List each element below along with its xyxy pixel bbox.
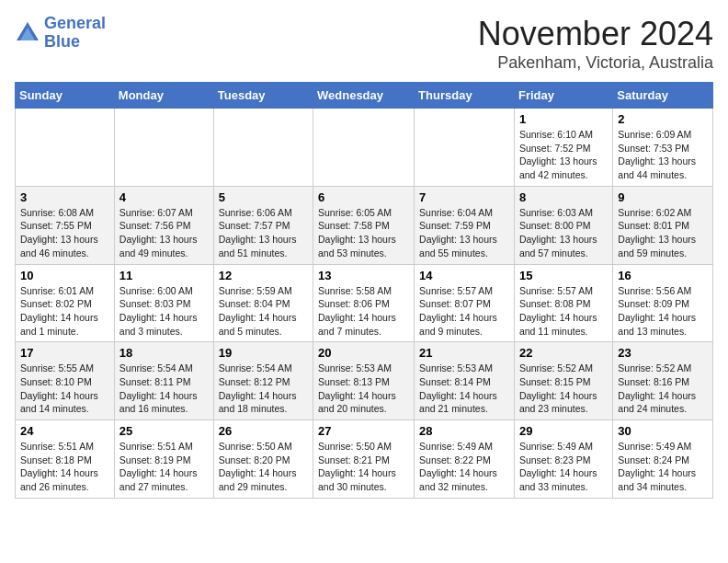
day-number: 1 (519, 112, 608, 126)
calendar-cell: 23Sunrise: 5:52 AM Sunset: 8:16 PM Dayli… (613, 342, 713, 420)
calendar-cell: 28Sunrise: 5:49 AM Sunset: 8:22 PM Dayli… (415, 420, 515, 499)
day-number: 24 (20, 424, 109, 438)
weekday-header: Thursday (415, 83, 515, 109)
calendar-week-row: 24Sunrise: 5:51 AM Sunset: 8:18 PM Dayli… (16, 420, 713, 499)
calendar-week-row: 17Sunrise: 5:55 AM Sunset: 8:10 PM Dayli… (16, 342, 713, 420)
calendar-cell: 24Sunrise: 5:51 AM Sunset: 8:18 PM Dayli… (16, 420, 115, 499)
day-info: Sunrise: 6:10 AM Sunset: 7:52 PM Dayligh… (519, 128, 608, 182)
day-info: Sunrise: 5:49 AM Sunset: 8:23 PM Dayligh… (519, 440, 608, 494)
logo-icon (15, 20, 40, 46)
calendar-cell: 2Sunrise: 6:09 AM Sunset: 7:53 PM Daylig… (613, 109, 713, 187)
calendar-week-row: 1Sunrise: 6:10 AM Sunset: 7:52 PM Daylig… (16, 109, 713, 187)
day-number: 10 (20, 269, 109, 282)
calendar-cell: 25Sunrise: 5:51 AM Sunset: 8:19 PM Dayli… (114, 420, 213, 499)
day-number: 27 (318, 424, 409, 438)
weekday-header: Wednesday (313, 83, 415, 109)
day-number: 3 (20, 190, 109, 204)
calendar-week-row: 10Sunrise: 6:01 AM Sunset: 8:02 PM Dayli… (16, 264, 713, 342)
day-number: 17 (20, 346, 109, 360)
day-number: 4 (119, 190, 209, 204)
calendar-cell (213, 109, 313, 187)
logo: General Blue (15, 15, 106, 52)
calendar-cell: 9Sunrise: 6:02 AM Sunset: 8:01 PM Daylig… (613, 186, 713, 264)
day-info: Sunrise: 5:57 AM Sunset: 8:08 PM Dayligh… (519, 284, 608, 339)
calendar-cell: 26Sunrise: 5:50 AM Sunset: 8:20 PM Dayli… (213, 420, 313, 499)
weekday-header: Tuesday (213, 83, 313, 109)
day-number: 23 (618, 346, 708, 360)
calendar-cell: 12Sunrise: 5:59 AM Sunset: 8:04 PM Dayli… (213, 264, 313, 342)
calendar-cell: 4Sunrise: 6:07 AM Sunset: 7:56 PM Daylig… (114, 186, 213, 264)
day-number: 7 (419, 190, 509, 204)
day-info: Sunrise: 5:49 AM Sunset: 8:24 PM Dayligh… (618, 440, 708, 494)
weekday-header: Saturday (613, 83, 713, 109)
calendar-cell: 17Sunrise: 5:55 AM Sunset: 8:10 PM Dayli… (16, 342, 115, 420)
calendar-cell: 14Sunrise: 5:57 AM Sunset: 8:07 PM Dayli… (415, 264, 515, 342)
day-info: Sunrise: 6:04 AM Sunset: 7:59 PM Dayligh… (419, 206, 509, 260)
calendar-cell: 20Sunrise: 5:53 AM Sunset: 8:13 PM Dayli… (313, 342, 415, 420)
day-number: 2 (618, 112, 708, 126)
day-info: Sunrise: 5:53 AM Sunset: 8:13 PM Dayligh… (318, 362, 409, 416)
location-title: Pakenham, Victoria, Australia (478, 53, 713, 73)
calendar-cell: 29Sunrise: 5:49 AM Sunset: 8:23 PM Dayli… (514, 420, 612, 499)
calendar-cell: 10Sunrise: 6:01 AM Sunset: 8:02 PM Dayli… (16, 264, 115, 342)
calendar-cell: 13Sunrise: 5:58 AM Sunset: 8:06 PM Dayli… (313, 264, 415, 342)
calendar-cell: 30Sunrise: 5:49 AM Sunset: 8:24 PM Dayli… (613, 420, 713, 499)
day-number: 30 (618, 424, 708, 438)
day-info: Sunrise: 5:54 AM Sunset: 8:11 PM Dayligh… (119, 362, 209, 416)
calendar-cell (114, 109, 213, 187)
day-number: 18 (119, 346, 209, 360)
day-info: Sunrise: 5:58 AM Sunset: 8:06 PM Dayligh… (318, 284, 409, 339)
day-info: Sunrise: 6:01 AM Sunset: 8:02 PM Dayligh… (20, 284, 109, 339)
calendar-cell (16, 109, 115, 187)
calendar-cell: 15Sunrise: 5:57 AM Sunset: 8:08 PM Dayli… (514, 264, 612, 342)
calendar-cell: 3Sunrise: 6:08 AM Sunset: 7:55 PM Daylig… (16, 186, 115, 264)
weekday-header: Friday (514, 83, 612, 109)
day-info: Sunrise: 5:50 AM Sunset: 8:21 PM Dayligh… (318, 440, 409, 494)
day-number: 21 (419, 346, 509, 360)
day-number: 25 (119, 424, 209, 438)
calendar-cell: 22Sunrise: 5:52 AM Sunset: 8:15 PM Dayli… (514, 342, 612, 420)
day-info: Sunrise: 6:07 AM Sunset: 7:56 PM Dayligh… (119, 206, 209, 260)
day-info: Sunrise: 5:52 AM Sunset: 8:15 PM Dayligh… (519, 362, 608, 416)
day-info: Sunrise: 6:09 AM Sunset: 7:53 PM Dayligh… (618, 128, 708, 182)
day-info: Sunrise: 5:59 AM Sunset: 8:04 PM Dayligh… (219, 284, 308, 339)
calendar-table: SundayMondayTuesdayWednesdayThursdayFrid… (15, 82, 713, 499)
calendar-cell (415, 109, 515, 187)
day-info: Sunrise: 5:52 AM Sunset: 8:16 PM Dayligh… (618, 362, 708, 416)
calendar-cell: 8Sunrise: 6:03 AM Sunset: 8:00 PM Daylig… (514, 186, 612, 264)
weekday-header: Sunday (16, 83, 115, 109)
day-info: Sunrise: 5:50 AM Sunset: 8:20 PM Dayligh… (219, 440, 308, 494)
calendar-cell (313, 109, 415, 187)
day-info: Sunrise: 6:02 AM Sunset: 8:01 PM Dayligh… (618, 206, 708, 260)
calendar-week-row: 3Sunrise: 6:08 AM Sunset: 7:55 PM Daylig… (16, 186, 713, 264)
day-number: 9 (618, 190, 708, 204)
calendar-cell: 27Sunrise: 5:50 AM Sunset: 8:21 PM Dayli… (313, 420, 415, 499)
calendar-cell: 19Sunrise: 5:54 AM Sunset: 8:12 PM Dayli… (213, 342, 313, 420)
day-number: 11 (119, 269, 209, 282)
calendar-cell: 21Sunrise: 5:53 AM Sunset: 8:14 PM Dayli… (415, 342, 515, 420)
weekday-header: Monday (114, 83, 213, 109)
calendar-cell: 18Sunrise: 5:54 AM Sunset: 8:11 PM Dayli… (114, 342, 213, 420)
month-title: November 2024 (478, 15, 713, 53)
day-info: Sunrise: 5:54 AM Sunset: 8:12 PM Dayligh… (219, 362, 308, 416)
logo-general: General (44, 14, 106, 32)
day-info: Sunrise: 5:55 AM Sunset: 8:10 PM Dayligh… (20, 362, 109, 416)
day-number: 14 (419, 269, 509, 282)
calendar-cell: 7Sunrise: 6:04 AM Sunset: 7:59 PM Daylig… (415, 186, 515, 264)
day-info: Sunrise: 6:00 AM Sunset: 8:03 PM Dayligh… (119, 284, 209, 339)
day-number: 29 (519, 424, 608, 438)
day-number: 13 (318, 269, 409, 282)
day-number: 28 (419, 424, 509, 438)
day-number: 20 (318, 346, 409, 360)
logo-blue: Blue (44, 32, 80, 51)
calendar-cell: 5Sunrise: 6:06 AM Sunset: 7:57 PM Daylig… (213, 186, 313, 264)
day-number: 16 (618, 269, 708, 282)
day-info: Sunrise: 5:51 AM Sunset: 8:19 PM Dayligh… (119, 440, 209, 494)
day-number: 22 (519, 346, 608, 360)
day-number: 26 (219, 424, 308, 438)
calendar-cell: 11Sunrise: 6:00 AM Sunset: 8:03 PM Dayli… (114, 264, 213, 342)
day-info: Sunrise: 5:53 AM Sunset: 8:14 PM Dayligh… (419, 362, 509, 416)
calendar-cell: 16Sunrise: 5:56 AM Sunset: 8:09 PM Dayli… (613, 264, 713, 342)
day-number: 8 (519, 190, 608, 204)
day-info: Sunrise: 6:06 AM Sunset: 7:57 PM Dayligh… (219, 206, 308, 260)
